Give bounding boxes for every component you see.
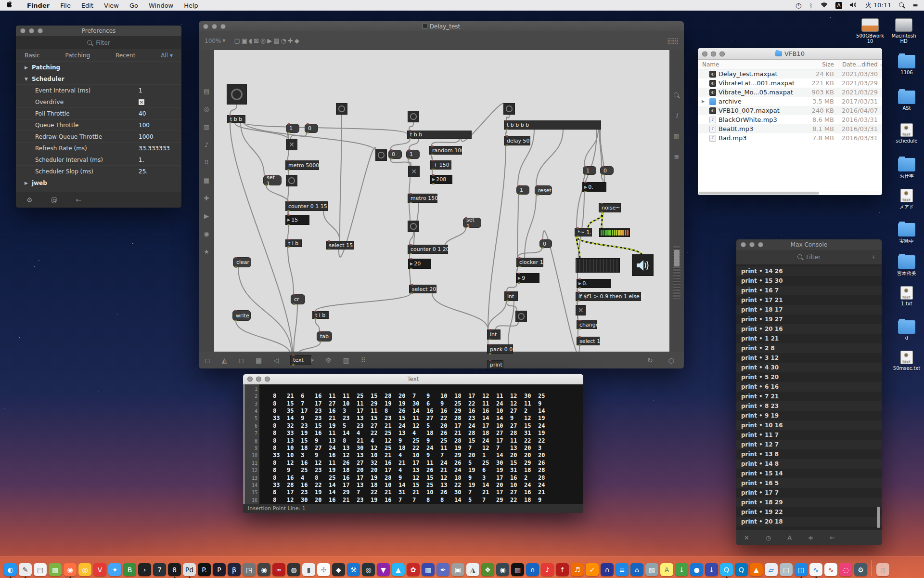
disclosure-icon[interactable]: ▶ <box>702 99 705 104</box>
pref-row-overdrive[interactable]: Overdrive✕ <box>16 96 181 107</box>
console-log-row[interactable]: print • 18 17 <box>736 305 882 315</box>
dock-sticky-app[interactable]: A <box>660 563 673 576</box>
console-log-row[interactable]: print • 16 5 <box>736 478 882 488</box>
message-box-1[interactable]: 1 <box>516 185 529 195</box>
message-box-set-1[interactable]: set 1 <box>463 218 481 228</box>
console-log-row[interactable]: print • 13 8 <box>736 449 882 459</box>
object-box-pack-0-0[interactable]: pack 0 0 <box>487 344 513 354</box>
grid-icon[interactable]: ⣿⣿⣿ <box>667 38 678 44</box>
console-log-row[interactable]: print • 14 8 <box>736 459 882 469</box>
menu-go[interactable]: Go <box>124 2 143 9</box>
object-box-t-b-b[interactable]: t b b <box>407 131 472 139</box>
console-log-list[interactable]: print • 14 26print • 15 30print • 16 7pr… <box>736 264 882 530</box>
window-controls[interactable] <box>203 24 226 29</box>
lock-icon[interactable]: ◻ <box>205 356 210 364</box>
multislider[interactable] <box>576 258 620 273</box>
back-arrow-icon[interactable]: ← <box>76 196 82 204</box>
select-icon[interactable]: ◭ <box>222 356 227 364</box>
level-meter[interactable] <box>599 228 630 237</box>
dock-flash[interactable]: f <box>556 563 569 576</box>
dock-video-down-app[interactable]: ↓ <box>705 563 718 576</box>
dock-shield-app[interactable]: ▼ <box>377 563 390 576</box>
volume-icon[interactable] <box>850 2 858 9</box>
dock-app-b-green[interactable]: B <box>123 563 136 576</box>
object-box-change[interactable]: change <box>577 320 597 329</box>
notification-center-icon[interactable]: ≡ <box>912 1 918 9</box>
object-box-t-b-b-b-b[interactable]: t b b b b <box>504 120 601 130</box>
zoom-level-dropdown[interactable]: 100%▼ <box>205 38 225 44</box>
bluetooth-icon[interactable]: ᛒ <box>809 2 813 9</box>
console-log-row[interactable]: print • 19 27 <box>736 315 882 324</box>
dock-safari[interactable]: ✦ <box>108 563 121 576</box>
pref-value[interactable]: 40 <box>139 110 146 117</box>
pref-value[interactable]: 1 <box>139 87 142 94</box>
console-log-row[interactable]: print • 11 7 <box>736 430 882 440</box>
desktop-icon-お仕事[interactable]: お仕事 <box>891 156 922 180</box>
number-box[interactable]: ▶15 <box>285 215 309 225</box>
finder-row-BlackOrWhite.mp3[interactable]: BlackOrWhite.mp38.6 MB2016/03/31 <box>698 115 882 124</box>
dock-wifi-app[interactable]: ◌ <box>839 563 852 576</box>
toggle-box[interactable]: ✕ <box>286 139 297 150</box>
layers-icon[interactable]: ▤ <box>256 356 262 364</box>
pref-row-scheduler-slop-ms-[interactable]: Scheduler Slop (ms)25. <box>16 165 181 177</box>
dock-metronome-app[interactable]: ◮ <box>466 563 479 576</box>
menu-file[interactable]: File <box>55 2 76 9</box>
left-rail-icon-2[interactable]: ▥ <box>204 123 209 131</box>
object-box-counter-0-1-15[interactable]: counter 0 1 15 <box>285 201 328 211</box>
bang-button[interactable] <box>408 111 419 122</box>
finder-row-Bad.mp3[interactable]: Bad.mp37.8 MB2016/03/31 <box>698 133 882 143</box>
dock-finder[interactable]: ◐ <box>4 563 17 576</box>
number-box[interactable]: ▶0. <box>577 279 611 288</box>
dock-unity[interactable]: ◆ <box>332 563 345 576</box>
dock-knot-app[interactable]: ✿ <box>407 563 420 576</box>
settings-gear-icon[interactable]: ⚙ <box>26 196 33 204</box>
desktop-icon-d[interactable]: d <box>891 318 922 341</box>
playbar-icon[interactable]: ▶ <box>267 37 272 44</box>
console-log-row[interactable]: print • 9 19 <box>736 411 882 420</box>
dock-garageband[interactable]: ♬ <box>571 563 584 576</box>
dock-knob-app[interactable]: ◍ <box>287 563 300 576</box>
left-rail-icon-1[interactable]: ◎ <box>204 105 209 113</box>
dock-chrome[interactable]: ◎ <box>78 563 91 576</box>
dock-xcode[interactable]: ⚒ <box>347 563 360 576</box>
patcher-zoom-slider[interactable] <box>673 246 680 299</box>
add-icon[interactable]: ＋ <box>870 253 877 262</box>
console-log-row[interactable]: print • 2 8 <box>736 343 882 353</box>
dock-stack-app[interactable]: ≡ <box>616 563 629 576</box>
input-source-icon[interactable]: A <box>835 2 842 9</box>
dock-monitor-app[interactable]: ∿ <box>809 563 822 576</box>
prefs-tab-all[interactable]: All ▾ <box>161 52 173 59</box>
console-log-row[interactable]: print • 20 18 <box>736 517 882 526</box>
object-box-counter-0-1-20[interactable]: counter 0 1 20 <box>408 245 448 254</box>
dock-documents[interactable]: ▤ <box>34 563 47 576</box>
text-title-bar[interactable]: Text <box>243 374 583 384</box>
disclosure-icon[interactable]: ▼ <box>25 77 28 81</box>
pref-value[interactable]: 1000 <box>139 133 154 140</box>
window-controls[interactable] <box>741 242 763 248</box>
pref-value[interactable]: 100 <box>139 122 150 129</box>
clear-icon[interactable]: ✕ <box>744 534 749 541</box>
pref-row-poll-throttle[interactable]: Poll Throttle40 <box>16 107 181 119</box>
preferences-title-bar[interactable]: Preferences <box>16 26 181 36</box>
pref-row-redraw-queue-throttle[interactable]: Redraw Queue Throttle1000 <box>16 131 181 142</box>
dock-radar-app[interactable]: ◎ <box>362 563 375 576</box>
bang-button[interactable] <box>503 103 515 115</box>
desktop-icon-1.txt[interactable]: 1.txt <box>891 286 922 306</box>
console-title-bar[interactable]: Max Console <box>736 239 882 250</box>
dock-headset-app[interactable]: ∩ <box>601 563 614 576</box>
dock-spiral-app[interactable]: ◉ <box>257 563 270 576</box>
dock-terminal[interactable]: › <box>138 563 151 576</box>
finder-row-archive[interactable]: ▶archive3.5 MB2017/03/31 <box>698 97 882 106</box>
dock-vlc[interactable]: ▲ <box>750 563 763 576</box>
dock-lens-app[interactable]: ◉ <box>496 563 509 576</box>
object-box-*~-1.[interactable]: *~ 1. <box>575 228 592 236</box>
text-content[interactable]: 8216161111251528207910181712111230258157… <box>259 384 583 504</box>
time-machine-icon[interactable]: ◷ <box>796 1 801 9</box>
spotlight-icon[interactable] <box>899 2 905 8</box>
patcher-title-bar[interactable]: Delay_test <box>199 21 684 31</box>
finder-scrollbar[interactable] <box>698 191 882 195</box>
object-box-if-$f1->-0.9-then-1-else-0[interactable]: if $f1 > 0.9 then 1 else 0 <box>576 292 641 301</box>
dock-waveform-app[interactable]: ∿ <box>824 563 837 576</box>
dock-settings-app[interactable]: ⚙ <box>854 563 867 576</box>
pref-value[interactable]: 33.333333 <box>139 145 170 152</box>
